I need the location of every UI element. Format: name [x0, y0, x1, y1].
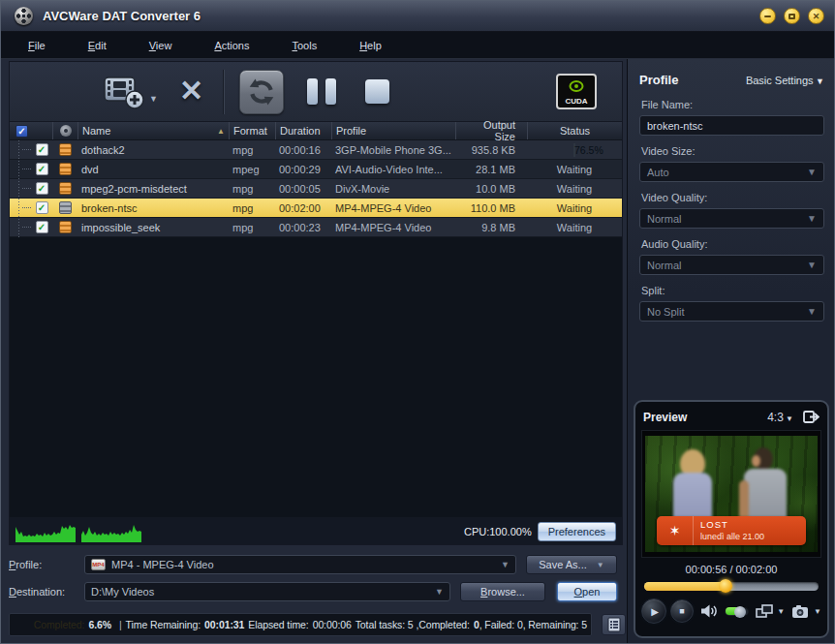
play-button[interactable]	[641, 598, 666, 624]
column-header-name[interactable]: Name ▲	[77, 122, 229, 139]
menu-edit[interactable]: Edit	[88, 40, 107, 51]
cell-profile: MP4-MPEG-4 Video	[331, 202, 455, 214]
file-name-label: File Name:	[641, 99, 822, 110]
snapshot-dropdown-caret[interactable]: ▼	[814, 607, 821, 616]
video-file-icon	[59, 182, 72, 195]
file-name-input[interactable]	[639, 115, 824, 136]
menu-file[interactable]: File	[28, 40, 46, 51]
seek-bar[interactable]	[644, 579, 819, 593]
row-checkbox[interactable]	[36, 163, 48, 175]
column-header-duration[interactable]: Duration	[275, 122, 331, 139]
seek-thumb[interactable]	[719, 579, 732, 593]
stop-button[interactable]	[365, 79, 389, 104]
video-file-icon	[59, 201, 72, 214]
cell-profile: 3GP-Mobile Phone 3G...	[331, 144, 455, 156]
delete-button[interactable]: ✕	[179, 77, 203, 106]
table-row[interactable]: dothack2 mpg 00:00:16 3GP-Mobile Phone 3…	[10, 140, 622, 160]
cell-profile: AVI-Audio-Video Inte...	[331, 164, 455, 175]
destination-select[interactable]: D:\My Videos	[84, 582, 450, 601]
volume-slider[interactable]	[725, 606, 749, 616]
audio-quality-select[interactable]: Normal	[639, 255, 824, 275]
detach-preview-button[interactable]	[803, 410, 820, 424]
basic-settings-dropdown[interactable]: Basic Settings	[746, 75, 824, 86]
column-header-status[interactable]: Status	[527, 122, 622, 139]
convert-button[interactable]	[239, 70, 284, 114]
row-checkbox[interactable]	[36, 143, 48, 156]
banner-subtitle: lunedì alle 21.00	[700, 531, 764, 542]
video-quality-select[interactable]: Normal	[639, 208, 824, 229]
open-button[interactable]: Open	[557, 582, 617, 601]
maximize-button[interactable]	[784, 8, 800, 24]
browse-button[interactable]: Browse...	[460, 582, 545, 601]
table-body: dothack2 mpg 00:00:16 3GP-Mobile Phone 3…	[10, 140, 622, 237]
menu-view[interactable]: View	[149, 40, 172, 51]
add-files-dropdown-caret[interactable]: ▼	[149, 94, 158, 104]
cpu-usage-graph	[81, 521, 141, 542]
pause-button[interactable]	[307, 78, 336, 105]
minimize-button[interactable]	[759, 8, 776, 24]
preferences-button[interactable]: Preferences	[538, 522, 616, 541]
task-report-button[interactable]	[602, 614, 626, 635]
mute-button[interactable]	[700, 603, 719, 619]
tree-connector	[10, 207, 31, 208]
close-button[interactable]	[808, 8, 824, 24]
destination-label: Destination:	[9, 586, 84, 598]
cell-format: mpg	[229, 183, 275, 195]
video-file-icon	[59, 143, 72, 156]
cuda-label: CUDA	[558, 97, 595, 107]
column-header-format[interactable]: Format	[229, 122, 275, 139]
row-checkbox[interactable]	[36, 182, 48, 195]
column-header-profile[interactable]: Profile	[331, 122, 455, 139]
speaker-icon	[700, 603, 719, 619]
cell-status: Waiting	[527, 222, 622, 233]
fullscreen-dropdown-caret[interactable]: ▼	[777, 607, 785, 616]
add-files-button[interactable]	[103, 74, 145, 110]
menu-help[interactable]: Help	[359, 40, 382, 51]
table-row[interactable]: mpeg2-pcm-misdetect mpg 00:00:05 DivX-Mo…	[10, 179, 622, 199]
pause-icon	[307, 78, 318, 105]
split-select[interactable]: No Split	[639, 301, 824, 322]
save-as-button[interactable]: Save As...	[526, 555, 617, 574]
cell-output-size: 110.0 MB	[455, 202, 527, 214]
profile-select[interactable]: MP4 - MPEG-4 Video	[84, 555, 516, 574]
cell-name: mpeg2-pcm-misdetect	[77, 183, 229, 195]
convert-icon	[247, 77, 276, 107]
snapshot-button[interactable]	[791, 604, 810, 619]
preview-title: Preview	[643, 411, 687, 424]
row-checkbox[interactable]	[36, 221, 48, 233]
video-preview-image[interactable]: LOST lunedì alle 21.00	[645, 436, 818, 552]
cell-duration: 00:00:29	[275, 164, 331, 175]
column-header-output-size[interactable]: Output Size	[455, 122, 527, 139]
broadcast-banner: LOST lunedì alle 21.00	[657, 516, 806, 545]
video-file-icon	[59, 163, 72, 175]
tree-connector	[10, 188, 31, 189]
window-title: AVCWare DAT Converter 6	[43, 9, 201, 23]
conversion-progress-bar: 76.5%	[573, 143, 575, 157]
stop-playback-button[interactable]	[670, 599, 694, 623]
toolbar-separator	[223, 70, 224, 114]
audio-quality-label: Audio Quality:	[641, 238, 822, 250]
cell-format: mpeg	[229, 164, 275, 175]
cell-duration: 00:02:00	[275, 202, 331, 214]
video-size-select[interactable]: Auto	[639, 162, 824, 182]
table-row[interactable]: dvd mpeg 00:00:29 AVI-Audio-Video Inte..…	[10, 160, 622, 179]
minimize-icon	[764, 15, 771, 17]
menu-bar: File Edit View Actions Tools Help	[1, 32, 834, 59]
select-all-checkbox[interactable]	[15, 125, 28, 138]
cell-status: Waiting	[527, 164, 622, 175]
menu-tools[interactable]: Tools	[292, 40, 317, 51]
menu-actions[interactable]: Actions	[214, 40, 249, 51]
cell-output-size: 935.8 KB	[455, 144, 527, 156]
volume-thumb[interactable]	[734, 606, 746, 618]
cell-name: impossible_seek	[77, 222, 229, 233]
cell-output-size: 10.0 MB	[455, 183, 527, 195]
table-row[interactable]: impossible_seek mpg 00:00:23 MP4-MPEG-4 …	[10, 218, 622, 237]
cell-format: mpg	[229, 144, 275, 156]
mp4-profile-icon	[91, 559, 106, 570]
table-row-selected[interactable]: broken-ntsc mpg 00:02:00 MP4-MPEG-4 Vide…	[10, 199, 622, 218]
aspect-ratio-dropdown[interactable]: 4:3	[767, 411, 793, 424]
fullscreen-button[interactable]	[756, 604, 773, 619]
cuda-badge: CUDA	[556, 74, 597, 109]
video-frame: LOST lunedì alle 21.00	[641, 430, 821, 558]
row-checkbox[interactable]	[36, 201, 48, 214]
